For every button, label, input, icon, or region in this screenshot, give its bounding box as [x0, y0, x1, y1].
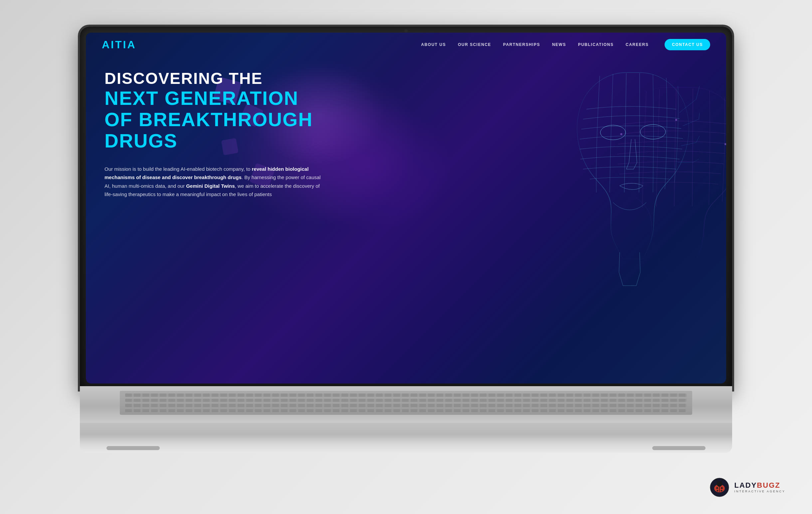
- wireframe-illustrations: [467, 49, 726, 349]
- laptop-mockup: AITIA ABOUT US OUR SCIENCE PARTNERSHIPS …: [80, 27, 732, 453]
- site-logo[interactable]: AITIA: [102, 38, 137, 51]
- hero-title-line1: DISCOVERING THE: [105, 69, 357, 88]
- laptop-base: [80, 386, 732, 453]
- wireframe-head-2: [593, 76, 726, 302]
- nav-news[interactable]: NEWS: [552, 42, 566, 47]
- svg-point-12: [721, 490, 723, 492]
- key-row-4: [125, 409, 687, 412]
- logo-text: AITIA: [102, 38, 137, 51]
- contact-us-button[interactable]: CONTACT US: [665, 39, 710, 50]
- watermark-text: LADYBUGZ INTERACTIVE AGENCY: [734, 482, 785, 493]
- navigation: AITIA ABOUT US OUR SCIENCE PARTNERSHIPS …: [86, 33, 726, 57]
- svg-point-2: [620, 133, 622, 135]
- nav-our-science[interactable]: OUR SCIENCE: [458, 42, 491, 47]
- key-row-3: [125, 404, 687, 407]
- laptop-lid: AITIA ABOUT US OUR SCIENCE PARTNERSHIPS …: [80, 27, 732, 390]
- laptop-foot-left: [107, 446, 160, 450]
- svg-point-4: [675, 119, 677, 121]
- svg-point-10: [721, 487, 723, 489]
- watermark-bugz: BUGZ: [757, 481, 780, 489]
- laptop-keyboard: [120, 391, 692, 415]
- watermark-lady: LADY: [734, 481, 757, 489]
- nav-careers[interactable]: CAREERS: [626, 42, 648, 47]
- screen-bezel: AITIA ABOUT US OUR SCIENCE PARTNERSHIPS …: [86, 33, 726, 383]
- svg-point-9: [716, 487, 718, 489]
- hero-desc-bold2: Gemini Digital Twins: [186, 183, 235, 189]
- nav-links: ABOUT US OUR SCIENCE PARTNERSHIPS NEWS P…: [421, 39, 710, 50]
- svg-point-15: [716, 479, 717, 480]
- watermark-brand-name: LADYBUGZ: [734, 482, 785, 489]
- screen-content: AITIA ABOUT US OUR SCIENCE PARTNERSHIPS …: [86, 33, 726, 383]
- ladybugz-logo-icon: [709, 477, 729, 497]
- key-row-1: [125, 394, 687, 397]
- laptop-foot-right: [652, 446, 705, 450]
- watermark: LADYBUGZ INTERACTIVE AGENCY: [709, 477, 785, 497]
- hero-title-line2: NEXT GENERATION: [105, 88, 357, 109]
- key-row-2: [125, 399, 687, 402]
- watermark-subtitle: INTERACTIVE AGENCY: [734, 490, 785, 493]
- hero-title-line3: OF BREAKTHROUGH: [105, 109, 357, 130]
- hero-content: DISCOVERING THE NEXT GENERATION OF BREAK…: [105, 69, 357, 199]
- nav-publications[interactable]: PUBLICATIONS: [578, 42, 614, 47]
- hero-desc-text1: Our mission is to build the leading AI-e…: [105, 166, 252, 172]
- camera-dot: [404, 29, 408, 33]
- laptop-keyboard-area: [80, 386, 732, 426]
- laptop-bottom: [80, 423, 732, 453]
- nav-about-us[interactable]: ABOUT US: [421, 42, 446, 47]
- nav-partnerships[interactable]: PARTNERSHIPS: [503, 42, 540, 47]
- hero-description: Our mission is to build the leading AI-e…: [105, 165, 324, 199]
- hero-title-line4: DRUGS: [105, 130, 357, 151]
- svg-point-11: [717, 490, 719, 492]
- svg-point-16: [722, 479, 723, 480]
